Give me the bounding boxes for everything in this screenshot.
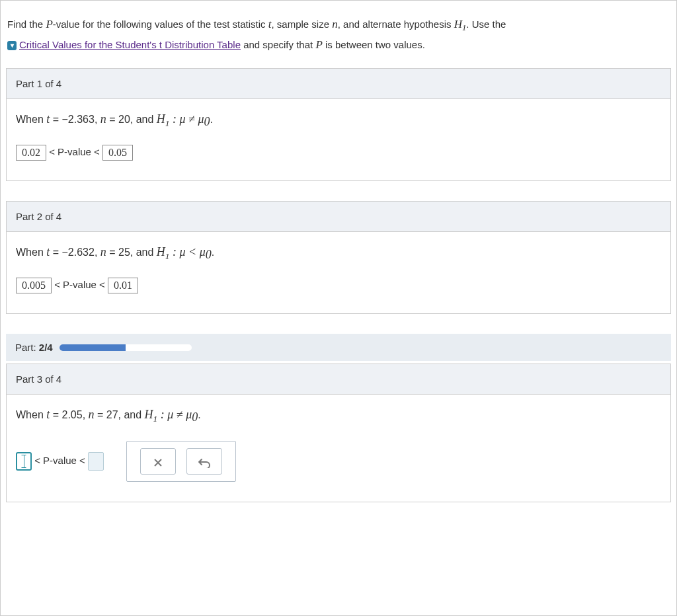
part-2-body: When t = −2.632, n = 25, and H1 : μ < μ0… [7, 232, 670, 313]
pvalue-label: < P-value < [32, 454, 88, 465]
part-1-box: Part 1 of 4 When t = −2.363, n = 20, and… [6, 68, 671, 181]
intro-text: , and alternate hypothesis [338, 19, 454, 30]
question-intro: Find the P-value for the following value… [1, 1, 676, 61]
intro-text: and specify that [241, 39, 315, 50]
close-icon [153, 457, 163, 468]
var-P: P [315, 38, 322, 51]
clear-button[interactable] [140, 448, 176, 475]
part-2-box: Part 2 of 4 When t = −2.632, n = 25, and… [6, 201, 671, 314]
var-P: P [46, 18, 52, 30]
part-1-lower-value: 0.02 [16, 145, 46, 161]
intro-text: is between two values. [323, 39, 425, 50]
part-1-upper-value: 0.05 [102, 145, 133, 161]
critical-values-link[interactable]: Critical Values for the Student's t Dist… [19, 39, 241, 50]
download-icon[interactable]: ▾ [7, 41, 17, 50]
progress-label: Part: 2/4 [15, 342, 53, 353]
part-1-body: When t = −2.363, n = 20, and H1 : μ ≠ μ0… [7, 99, 670, 180]
part-2-given: When t = −2.632, n = 25, and H1 : μ < μ0… [16, 245, 661, 262]
part-2-lower-value: 0.005 [16, 278, 52, 293]
progress-fill [60, 344, 126, 351]
intro-text: . Use the [466, 19, 506, 30]
intro-text: , sample size [272, 19, 333, 30]
part-3-answer: < P-value < [16, 441, 661, 482]
intro-text: -value for the following values of the t… [53, 19, 268, 30]
part-3-upper-input[interactable] [88, 452, 104, 471]
part-3-header: Part 3 of 4 [7, 364, 670, 395]
part-3-box: Part 3 of 4 When t = 2.05, n = 27, and H… [6, 364, 671, 502]
question-page: Find the P-value for the following value… [0, 0, 677, 616]
part-2-answer: 0.005 < P-value < 0.01 [16, 278, 661, 293]
var-H1: H1 [454, 18, 467, 30]
part-3-lower-input[interactable] [16, 452, 32, 471]
part-3-given: When t = 2.05, n = 27, and H1 : μ ≠ μ0. [16, 408, 661, 424]
part-2-upper-value: 0.01 [108, 278, 138, 293]
undo-button[interactable] [186, 448, 222, 475]
part-2-header: Part 2 of 4 [7, 202, 670, 232]
part-1-given: When t = −2.363, n = 20, and H1 : μ ≠ μ0… [16, 112, 661, 129]
part-1-answer: 0.02 < P-value < 0.05 [16, 145, 661, 161]
undo-icon [198, 457, 211, 468]
pvalue-label: < P-value < [52, 279, 108, 290]
pvalue-label: < P-value < [46, 146, 102, 157]
progress-track [60, 344, 192, 351]
part-3-body: When t = 2.05, n = 27, and H1 : μ ≠ μ0. … [7, 395, 670, 501]
var-n: n [332, 18, 338, 30]
intro-text: Find the [7, 19, 46, 30]
progress-row: Part: 2/4 [6, 334, 671, 361]
part-1-header: Part 1 of 4 [7, 69, 670, 99]
answer-toolbox [126, 441, 236, 482]
